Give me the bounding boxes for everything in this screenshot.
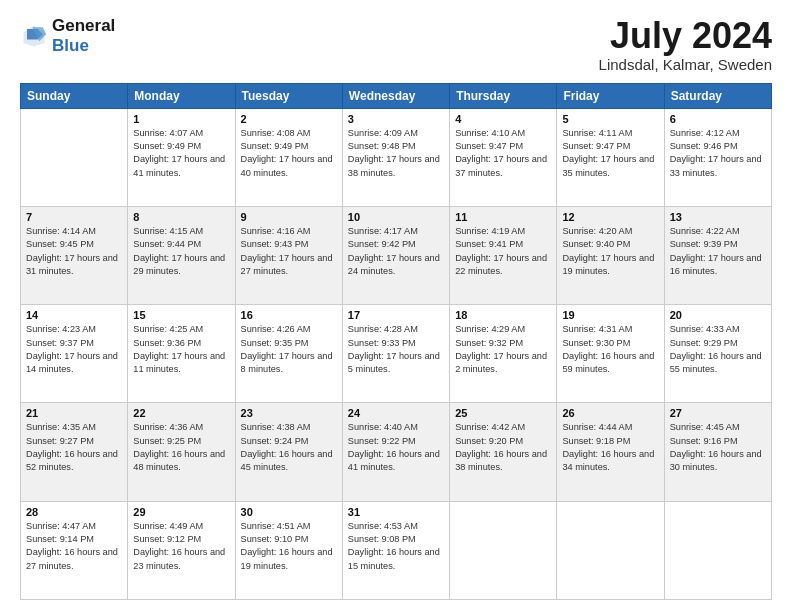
day-number: 4 (455, 113, 551, 125)
day-info: Sunrise: 4:31 AMSunset: 9:30 PMDaylight:… (562, 323, 658, 376)
day-number: 29 (133, 506, 229, 518)
day-number: 10 (348, 211, 444, 223)
day-info: Sunrise: 4:17 AMSunset: 9:42 PMDaylight:… (348, 225, 444, 278)
day-info: Sunrise: 4:38 AMSunset: 9:24 PMDaylight:… (241, 421, 337, 474)
day-info: Sunrise: 4:15 AMSunset: 9:44 PMDaylight:… (133, 225, 229, 278)
day-number: 23 (241, 407, 337, 419)
day-number: 7 (26, 211, 122, 223)
calendar-cell (21, 108, 128, 206)
day-number: 5 (562, 113, 658, 125)
day-number: 20 (670, 309, 766, 321)
day-info: Sunrise: 4:53 AMSunset: 9:08 PMDaylight:… (348, 520, 444, 573)
day-number: 21 (26, 407, 122, 419)
day-number: 6 (670, 113, 766, 125)
day-info: Sunrise: 4:19 AMSunset: 9:41 PMDaylight:… (455, 225, 551, 278)
calendar-cell: 9Sunrise: 4:16 AMSunset: 9:43 PMDaylight… (235, 206, 342, 304)
day-number: 27 (670, 407, 766, 419)
header-row: Sunday Monday Tuesday Wednesday Thursday… (21, 83, 772, 108)
calendar-cell: 11Sunrise: 4:19 AMSunset: 9:41 PMDayligh… (450, 206, 557, 304)
col-monday: Monday (128, 83, 235, 108)
day-number: 22 (133, 407, 229, 419)
day-number: 19 (562, 309, 658, 321)
day-info: Sunrise: 4:35 AMSunset: 9:27 PMDaylight:… (26, 421, 122, 474)
calendar-cell: 2Sunrise: 4:08 AMSunset: 9:49 PMDaylight… (235, 108, 342, 206)
day-number: 15 (133, 309, 229, 321)
day-info: Sunrise: 4:12 AMSunset: 9:46 PMDaylight:… (670, 127, 766, 180)
day-info: Sunrise: 4:11 AMSunset: 9:47 PMDaylight:… (562, 127, 658, 180)
day-number: 24 (348, 407, 444, 419)
col-friday: Friday (557, 83, 664, 108)
calendar-cell: 13Sunrise: 4:22 AMSunset: 9:39 PMDayligh… (664, 206, 771, 304)
logo-text-blue: Blue (52, 36, 115, 56)
calendar-cell: 27Sunrise: 4:45 AMSunset: 9:16 PMDayligh… (664, 403, 771, 501)
day-info: Sunrise: 4:42 AMSunset: 9:20 PMDaylight:… (455, 421, 551, 474)
day-info: Sunrise: 4:51 AMSunset: 9:10 PMDaylight:… (241, 520, 337, 573)
calendar-cell: 22Sunrise: 4:36 AMSunset: 9:25 PMDayligh… (128, 403, 235, 501)
day-info: Sunrise: 4:09 AMSunset: 9:48 PMDaylight:… (348, 127, 444, 180)
calendar-week-2: 7Sunrise: 4:14 AMSunset: 9:45 PMDaylight… (21, 206, 772, 304)
calendar-cell: 23Sunrise: 4:38 AMSunset: 9:24 PMDayligh… (235, 403, 342, 501)
logo-icon (20, 22, 48, 50)
day-number: 9 (241, 211, 337, 223)
header: General Blue July 2024 Lindsdal, Kalmar,… (20, 16, 772, 73)
day-info: Sunrise: 4:36 AMSunset: 9:25 PMDaylight:… (133, 421, 229, 474)
calendar-table: Sunday Monday Tuesday Wednesday Thursday… (20, 83, 772, 600)
calendar-cell (664, 501, 771, 599)
calendar-cell: 20Sunrise: 4:33 AMSunset: 9:29 PMDayligh… (664, 305, 771, 403)
calendar-cell: 25Sunrise: 4:42 AMSunset: 9:20 PMDayligh… (450, 403, 557, 501)
day-number: 1 (133, 113, 229, 125)
day-number: 14 (26, 309, 122, 321)
day-number: 2 (241, 113, 337, 125)
calendar-cell: 18Sunrise: 4:29 AMSunset: 9:32 PMDayligh… (450, 305, 557, 403)
day-info: Sunrise: 4:49 AMSunset: 9:12 PMDaylight:… (133, 520, 229, 573)
calendar-cell: 14Sunrise: 4:23 AMSunset: 9:37 PMDayligh… (21, 305, 128, 403)
calendar-cell: 29Sunrise: 4:49 AMSunset: 9:12 PMDayligh… (128, 501, 235, 599)
calendar-week-1: 1Sunrise: 4:07 AMSunset: 9:49 PMDaylight… (21, 108, 772, 206)
calendar-cell: 26Sunrise: 4:44 AMSunset: 9:18 PMDayligh… (557, 403, 664, 501)
calendar-cell: 17Sunrise: 4:28 AMSunset: 9:33 PMDayligh… (342, 305, 449, 403)
calendar-cell: 19Sunrise: 4:31 AMSunset: 9:30 PMDayligh… (557, 305, 664, 403)
day-number: 30 (241, 506, 337, 518)
main-title: July 2024 (599, 16, 772, 56)
calendar-cell: 5Sunrise: 4:11 AMSunset: 9:47 PMDaylight… (557, 108, 664, 206)
day-number: 17 (348, 309, 444, 321)
calendar-cell (450, 501, 557, 599)
col-tuesday: Tuesday (235, 83, 342, 108)
day-info: Sunrise: 4:10 AMSunset: 9:47 PMDaylight:… (455, 127, 551, 180)
calendar-week-3: 14Sunrise: 4:23 AMSunset: 9:37 PMDayligh… (21, 305, 772, 403)
calendar-cell: 30Sunrise: 4:51 AMSunset: 9:10 PMDayligh… (235, 501, 342, 599)
day-info: Sunrise: 4:29 AMSunset: 9:32 PMDaylight:… (455, 323, 551, 376)
calendar-cell: 3Sunrise: 4:09 AMSunset: 9:48 PMDaylight… (342, 108, 449, 206)
logo-text-general: General (52, 16, 115, 36)
location-subtitle: Lindsdal, Kalmar, Sweden (599, 56, 772, 73)
day-info: Sunrise: 4:44 AMSunset: 9:18 PMDaylight:… (562, 421, 658, 474)
day-info: Sunrise: 4:08 AMSunset: 9:49 PMDaylight:… (241, 127, 337, 180)
col-thursday: Thursday (450, 83, 557, 108)
day-number: 26 (562, 407, 658, 419)
day-info: Sunrise: 4:45 AMSunset: 9:16 PMDaylight:… (670, 421, 766, 474)
calendar-cell: 31Sunrise: 4:53 AMSunset: 9:08 PMDayligh… (342, 501, 449, 599)
day-number: 25 (455, 407, 551, 419)
calendar-cell: 10Sunrise: 4:17 AMSunset: 9:42 PMDayligh… (342, 206, 449, 304)
day-info: Sunrise: 4:16 AMSunset: 9:43 PMDaylight:… (241, 225, 337, 278)
calendar-cell: 7Sunrise: 4:14 AMSunset: 9:45 PMDaylight… (21, 206, 128, 304)
calendar-cell: 4Sunrise: 4:10 AMSunset: 9:47 PMDaylight… (450, 108, 557, 206)
col-wednesday: Wednesday (342, 83, 449, 108)
logo: General Blue (20, 16, 115, 55)
day-number: 3 (348, 113, 444, 125)
day-number: 8 (133, 211, 229, 223)
day-info: Sunrise: 4:28 AMSunset: 9:33 PMDaylight:… (348, 323, 444, 376)
calendar-cell: 28Sunrise: 4:47 AMSunset: 9:14 PMDayligh… (21, 501, 128, 599)
day-info: Sunrise: 4:22 AMSunset: 9:39 PMDaylight:… (670, 225, 766, 278)
calendar-cell: 15Sunrise: 4:25 AMSunset: 9:36 PMDayligh… (128, 305, 235, 403)
calendar-week-4: 21Sunrise: 4:35 AMSunset: 9:27 PMDayligh… (21, 403, 772, 501)
day-info: Sunrise: 4:20 AMSunset: 9:40 PMDaylight:… (562, 225, 658, 278)
calendar-cell: 12Sunrise: 4:20 AMSunset: 9:40 PMDayligh… (557, 206, 664, 304)
day-number: 28 (26, 506, 122, 518)
day-number: 11 (455, 211, 551, 223)
calendar-cell: 1Sunrise: 4:07 AMSunset: 9:49 PMDaylight… (128, 108, 235, 206)
calendar-cell: 8Sunrise: 4:15 AMSunset: 9:44 PMDaylight… (128, 206, 235, 304)
calendar-week-5: 28Sunrise: 4:47 AMSunset: 9:14 PMDayligh… (21, 501, 772, 599)
day-info: Sunrise: 4:26 AMSunset: 9:35 PMDaylight:… (241, 323, 337, 376)
day-info: Sunrise: 4:47 AMSunset: 9:14 PMDaylight:… (26, 520, 122, 573)
